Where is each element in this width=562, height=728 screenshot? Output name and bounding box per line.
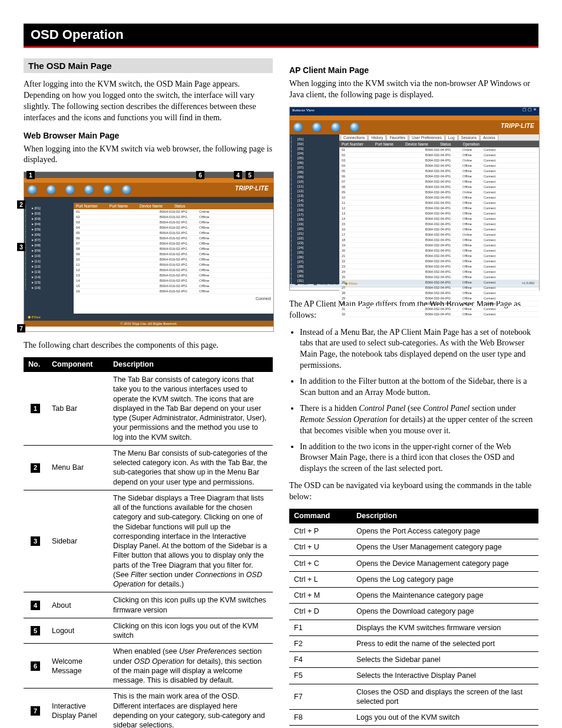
fig2-body: [01][02][03][04][05][06][07][08][09][10]… — [290, 134, 539, 279]
th-description: Description — [108, 357, 273, 372]
fig1-connect: Connect — [74, 294, 273, 303]
web-browser-heading: Web Browser Main Page — [24, 131, 273, 140]
fig1-sidebar: ▸ [01]▸ [02]▸ [03]▸ [04]▸ [05]▸ [06]▸ [0… — [24, 203, 74, 314]
table-row-desc: The Tab Bar consists of category icons t… — [108, 372, 273, 446]
fig1-toolbar: TRIPP·LITE — [24, 183, 273, 197]
commands-table: Command Description Ctrl + POpens the Po… — [289, 509, 538, 726]
th-component: Component — [47, 357, 108, 372]
table-row-comp: About — [47, 592, 108, 618]
download-icon — [122, 185, 131, 195]
table-row-num: 6 — [24, 644, 47, 689]
window-controls: ▢ ▢ ✕ — [523, 107, 537, 112]
list-item: There is a hidden Control Panel (see Con… — [300, 403, 538, 437]
command-desc: Press to edit the name of the selected p… — [352, 635, 538, 651]
table-row-num: 3 — [24, 490, 47, 592]
maintenance-icon — [103, 185, 113, 195]
list-item: Instead of a Menu Bar, the AP Client Mai… — [300, 327, 538, 372]
port-access-icon — [28, 185, 37, 195]
fig2-version: v1.0.062 — [522, 281, 534, 286]
right-column: AP Client Main Page When logging into th… — [289, 58, 538, 728]
command-desc: Opens the Port Access category page — [352, 523, 538, 539]
command-desc: Opens the User Management category page — [352, 539, 538, 555]
command-key: F1 — [289, 620, 352, 635]
command-key: Ctrl + D — [289, 604, 352, 620]
callout-2: 2 — [17, 200, 25, 209]
callout-7: 7 — [17, 324, 25, 332]
fig2-icon-4 — [350, 123, 359, 132]
callout-3: 3 — [17, 243, 25, 251]
table-row-num: 5 — [24, 618, 47, 644]
table-row-desc: Clicking on this icon logs you out of th… — [108, 618, 273, 644]
command-key: Ctrl + P — [289, 523, 352, 539]
table-row-desc: When enabled (see User Preferences secti… — [108, 644, 273, 689]
intro-paragraph: After logging into the KVM switch, the O… — [24, 79, 273, 124]
fig2-toolbar: TRIPP·LITE — [290, 120, 539, 134]
fig1-footer: © 2010 Tripp Lite. All Rights Reserved. — [24, 321, 273, 327]
fig2-orange-strip — [290, 116, 539, 120]
table-row-desc: This is the main work area of the OSD. D… — [108, 689, 273, 728]
table-row-comp: Menu Bar — [47, 445, 108, 490]
th-cdesc: Description — [352, 509, 538, 523]
th-no: No. — [24, 357, 47, 372]
ap-client-screenshot: Remote View ▢ ▢ ✕ TRIPP·LITE [01][02][03… — [289, 107, 540, 291]
command-desc: Opens the Maintenance category page — [352, 588, 538, 604]
device-mgmt-icon — [65, 185, 75, 195]
fig2-rows: 01B064-032-04-IPGOnlineConnect02B064-032… — [339, 147, 539, 317]
command-desc: Logs you out of the KVM switch — [352, 710, 538, 726]
th-command: Command — [289, 509, 352, 523]
brand-logo: TRIPP·LITE — [235, 185, 269, 192]
list-item: In addition to the Filter button at the … — [300, 376, 538, 398]
callout-4: 4 — [234, 171, 242, 179]
command-desc: Displays the KVM switches firmware versi… — [352, 620, 538, 635]
table-row-comp: Interactive Display Panel — [47, 689, 108, 728]
table-row-desc: Clicking on this icon pulls up the KVM s… — [108, 592, 273, 618]
command-desc: Selects the Interactive Display Panel — [352, 668, 538, 684]
command-key: F8 — [289, 710, 352, 726]
fig1-main-header: Port NumberPort NameDevice NameStatus — [74, 203, 273, 209]
command-desc: Selects the Sidebar panel — [352, 652, 538, 668]
command-key: Ctrl + U — [289, 539, 352, 555]
command-key: Ctrl + L — [289, 571, 352, 587]
log-icon — [84, 185, 94, 195]
user-mgmt-icon — [47, 185, 56, 195]
table-row-desc: The Menu Bar consists of sub-categories … — [108, 445, 273, 490]
command-desc: Opens the Device Management category pag… — [352, 555, 538, 571]
command-desc: Closes the OSD and displays the screen o… — [352, 684, 538, 710]
command-key: F7 — [289, 684, 352, 710]
callout-6: 6 — [196, 171, 204, 179]
fig2-icon-1 — [293, 123, 303, 132]
table-row-comp: Welcome Message — [47, 644, 108, 689]
fig1-body: ▸ [01]▸ [02]▸ [03]▸ [04]▸ [05]▸ [06]▸ [0… — [24, 203, 273, 314]
ap-diff-bullets: Instead of a Menu Bar, the AP Client Mai… — [289, 327, 538, 475]
keyboard-intro: The OSD can be navigated via keyboard us… — [289, 480, 538, 503]
list-item: In addition to the two icons in the uppe… — [300, 442, 538, 475]
command-desc: Opens the Download category page — [352, 604, 538, 620]
table-row-num: 4 — [24, 592, 47, 618]
table-row-num: 7 — [24, 689, 47, 728]
command-key: Ctrl + M — [289, 588, 352, 604]
command-key: F4 — [289, 652, 352, 668]
fig2-window-title: Remote View — [292, 108, 315, 113]
command-key: Ctrl + C — [289, 555, 352, 571]
table-row-num: 1 — [24, 372, 47, 446]
callout-5: 5 — [246, 171, 254, 179]
callout-1: 1 — [27, 171, 35, 179]
brand-logo-2: TRIPP·LITE — [501, 123, 534, 129]
table-row-desc: The Sidebar displays a Tree Diagram that… — [108, 490, 273, 592]
fig2-tabs: ConnectionsHistoryFavoritesUser Preferen… — [339, 134, 539, 141]
osd-main-page-heading: The OSD Main Page — [24, 58, 273, 73]
fig1-filter-bar: ◆ Filter — [24, 314, 273, 321]
page-title-bar: OSD Operation — [24, 24, 538, 48]
two-column-layout: The OSD Main Page After logging into the… — [24, 58, 538, 728]
command-key: F2 — [289, 635, 352, 651]
web-browser-intro: When logging into the KVM switch via web… — [24, 144, 273, 166]
fig2-icon-2 — [312, 123, 322, 132]
fig2-main-header: Port NumberPort NameDevice NameStatusOpe… — [339, 141, 539, 147]
components-table: No. Component Description 1 Tab Bar The … — [24, 357, 273, 728]
table-row-comp: Logout — [47, 618, 108, 644]
table-row-comp: Tab Bar — [47, 372, 108, 446]
filter-button: ◆ Filter — [345, 281, 358, 286]
ap-client-intro: When logging into the KVM switch via the… — [289, 78, 538, 101]
fig1-menu-bar — [24, 197, 273, 203]
fig2-icon-3 — [331, 123, 340, 132]
